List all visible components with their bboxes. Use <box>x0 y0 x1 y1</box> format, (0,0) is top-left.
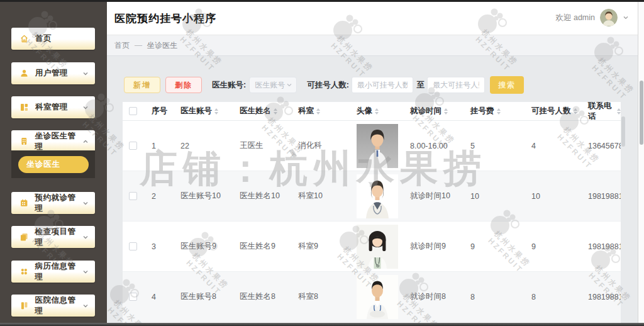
sort-icon[interactable] <box>375 108 379 115</box>
cell-account: 22 <box>170 142 230 150</box>
dots-icon <box>19 267 29 276</box>
sidebar-item-label: 坐诊医生管理 <box>35 131 82 152</box>
chevron-down-icon <box>82 234 89 240</box>
cell-phone: 136456789 <box>582 142 621 150</box>
building-icon <box>19 137 29 146</box>
sidebar-item-appointments[interactable]: 预约就诊管理 <box>11 192 95 214</box>
sidebar-subitem-label: 坐诊医生 <box>26 159 60 170</box>
sidebar-item-medical-records[interactable]: 病历信息管理 <box>11 261 95 283</box>
cell-phone: 198198811 <box>582 293 621 301</box>
row-checkbox[interactable] <box>129 142 137 150</box>
cell-fee: 9 <box>462 242 522 251</box>
table-row: 2 医生账号10 医生姓名10 科室10 就诊时间10 10 10 198198… <box>123 171 621 222</box>
sort-icon[interactable] <box>574 108 577 115</box>
home-icon <box>19 34 29 43</box>
sidebar-item-exam-items[interactable]: 检查项目管理 <box>11 226 95 248</box>
sort-icon[interactable] <box>617 108 621 115</box>
cell-fee: 10 <box>462 192 522 201</box>
cell-dept: 科室8 <box>289 291 349 302</box>
select-all-checkbox[interactable] <box>129 107 137 115</box>
doctor-account-select[interactable]: 医生账号 <box>249 77 297 93</box>
quota-filter-label: 可挂号人数: <box>307 80 349 91</box>
cell-account: 医生账号9 <box>170 241 230 252</box>
sidebar-item-departments[interactable]: 科室管理 <box>11 96 95 118</box>
sidebar-submenu: 坐诊医生 <box>11 150 95 178</box>
doctor-photo <box>357 225 398 269</box>
table-row: 4 医生账号8 医生姓名8 科室8 就诊时间8 8 8 198198811 <box>123 272 621 322</box>
welcome-text: 欢迎 admin <box>555 13 595 23</box>
cell-time: 就诊时间9 <box>406 241 462 252</box>
cell-time: 就诊时间8 <box>406 291 462 302</box>
row-checkbox[interactable] <box>129 192 137 200</box>
window-scrollbar[interactable] <box>638 2 644 323</box>
column-header: 头像 <box>357 106 372 116</box>
sidebar-item-home[interactable]: 首页 <box>11 28 95 50</box>
breadcrumb: 首页 — 坐诊医生 <box>107 35 638 56</box>
cell-phone: 198198811 <box>582 192 621 201</box>
row-checkbox[interactable] <box>129 242 137 250</box>
account-filter-label: 医生账号: <box>212 80 246 91</box>
cell-name: 医生姓名9 <box>230 241 289 252</box>
sidebar-item-label: 首页 <box>35 33 52 44</box>
window-bottom-edge <box>0 323 644 326</box>
column-header: 就诊时间 <box>410 106 441 116</box>
max-quota-input[interactable] <box>427 77 485 93</box>
cell-name: 医生姓名10 <box>230 191 289 201</box>
sort-icon[interactable] <box>274 108 277 115</box>
sidebar-item-label: 科室管理 <box>35 102 68 113</box>
cell-dept: 科室10 <box>289 191 349 201</box>
sidebar-item-label: 检查项目管理 <box>35 227 82 248</box>
breadcrumb-home[interactable]: 首页 <box>114 40 130 51</box>
cell-fee: 8 <box>462 293 522 301</box>
window-scrollbar-thumb[interactable] <box>640 81 643 145</box>
sidebar-item-doctor-management[interactable]: 坐诊医生管理 <box>11 130 95 152</box>
table-scrollbar-thumb[interactable] <box>621 116 625 147</box>
select-placeholder: 医生账号 <box>255 80 286 91</box>
cell-no: 2 <box>143 192 170 201</box>
sidebar-item-hospital-info[interactable]: 医院信息管理 <box>11 295 95 317</box>
row-checkbox[interactable] <box>129 293 137 301</box>
min-quota-input[interactable] <box>352 77 413 93</box>
columns-icon <box>19 301 29 310</box>
cell-no: 3 <box>143 242 170 251</box>
sidebar: 首页 用户管理 科室管理 坐诊医生管理 坐诊医生 预约就诊管理 <box>0 2 107 323</box>
to-label: 至 <box>417 80 425 91</box>
sort-icon[interactable] <box>497 108 501 115</box>
grid-icon <box>19 103 29 112</box>
chevron-up-icon <box>82 138 89 145</box>
cell-dept: 消化科 <box>289 140 349 151</box>
avatar[interactable] <box>600 9 618 26</box>
sidebar-item-users[interactable]: 用户管理 <box>11 62 95 84</box>
chevron-down-icon[interactable] <box>623 12 629 23</box>
column-header: 序号 <box>152 106 167 116</box>
chevron-down-icon <box>82 269 89 275</box>
column-header: 联系电话 <box>588 102 614 122</box>
table-header-row: 序号 医生账号 医生姓名 科室 头像 就诊时间 挂号费 可挂号人数 联系电话 <box>123 102 621 121</box>
breadcrumb-separator: — <box>135 41 142 50</box>
sidebar-subitem-doctors-active[interactable]: 坐诊医生 <box>18 156 89 173</box>
search-button[interactable]: 搜索 <box>490 76 524 94</box>
sort-icon[interactable] <box>444 108 448 115</box>
sort-icon[interactable] <box>214 108 218 115</box>
user-icon <box>19 69 29 78</box>
cell-quota: 8 <box>522 293 582 301</box>
cell-account: 医生账号8 <box>170 291 230 302</box>
sidebar-item-label: 病历信息管理 <box>35 261 82 283</box>
cell-account: 医生账号10 <box>170 191 230 201</box>
app-window: 首页 用户管理 科室管理 坐诊医生管理 坐诊医生 预约就诊管理 <box>0 0 644 326</box>
doctor-photo <box>357 124 398 168</box>
column-header: 挂号费 <box>470 106 494 116</box>
sort-icon[interactable] <box>316 108 320 115</box>
table-row: 1 22 王医生 消化科 8.00-16.00 5 4 136456789 <box>123 121 621 171</box>
column-header: 科室 <box>298 106 314 116</box>
chevron-down-icon <box>286 79 292 91</box>
calendar-icon <box>19 198 29 208</box>
table-row: 3 医生账号9 医生姓名9 科室9 就诊时间9 9 9 198198811 <box>123 222 621 272</box>
sidebar-item-label: 用户管理 <box>35 68 68 79</box>
cell-quota: 10 <box>522 192 582 201</box>
add-button[interactable]: 新增 <box>124 77 160 93</box>
delete-button[interactable]: 删除 <box>165 77 202 93</box>
cell-no: 1 <box>143 142 170 150</box>
cell-time: 8.00-16.00 <box>406 142 462 150</box>
user-menu[interactable]: 欢迎 admin <box>555 9 629 26</box>
